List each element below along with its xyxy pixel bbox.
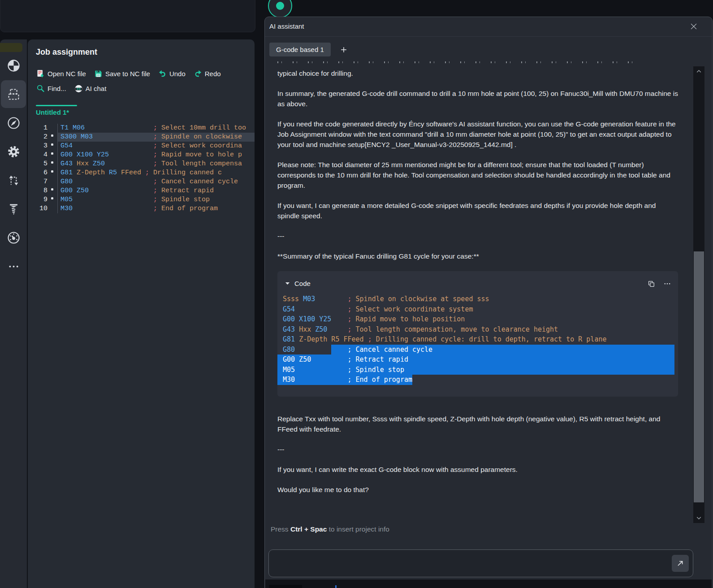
code-line-4[interactable]: G43 Hxx Z50 ; Tool length compensation, … — [277, 324, 678, 335]
modified-dot — [51, 134, 53, 137]
chevron-down-icon[interactable] — [694, 514, 704, 522]
editor-line-3[interactable]: 3G54 ; Select work coordina — [28, 142, 255, 151]
editor-line-10[interactable]: 10M30 ; End of program — [28, 204, 255, 213]
modified-dot — [51, 197, 53, 199]
code-block-body: Ssss M03 ; Spindle on clockwise at speed… — [277, 294, 678, 385]
page-title: Job assignment — [36, 48, 97, 57]
line-number: 6 — [28, 169, 48, 177]
sidebar-item-toolpath[interactable] — [1, 169, 26, 192]
modified-marker-column — [48, 160, 57, 169]
code-line-5[interactable]: G81 Z-Depth R5 FFeed ; Drilling canned c… — [277, 334, 678, 345]
chat-message-area: typical choice for drilling.In summary, … — [277, 60, 678, 521]
undo-button[interactable]: Undo — [158, 69, 186, 78]
bottom-blue-tick — [335, 585, 337, 588]
drill-icon — [7, 202, 21, 216]
ai-panel-title: AI assistant — [269, 22, 304, 30]
active-tab-indicator — [36, 105, 77, 106]
editor-line-9[interactable]: 9M05 ; Spindle stop — [28, 195, 255, 204]
line-number: 10 — [28, 204, 48, 213]
sidebar-item-navigation[interactable] — [1, 111, 26, 134]
gcode-editor[interactable]: 1T1 M06 ; Select 10mm drill too2S300 M03… — [28, 124, 255, 588]
chevron-up-icon[interactable] — [694, 68, 704, 75]
modified-marker-column — [48, 169, 57, 177]
undo-icon — [158, 69, 167, 78]
tab-untitled-1[interactable]: Untitled 1* — [36, 105, 77, 116]
chat-scrollbar[interactable] — [693, 66, 704, 523]
editor-line-2[interactable]: 2S300 M03 ; Spindle on clockwise — [28, 133, 255, 142]
close-icon[interactable] — [689, 22, 699, 31]
editor-line-6[interactable]: 6G81 Z-Depth R5 FFeed ; Drilling canned … — [28, 169, 255, 177]
open-nc-file-button[interactable]: Open NC file — [36, 69, 86, 78]
sidebar-item-more[interactable] — [1, 255, 26, 278]
assistant-paragraph: Please note: The tool diameter of 25 mm … — [277, 160, 678, 190]
code-line-3[interactable]: G00 X100 Y25 ; Rapid move to hole positi… — [277, 314, 678, 324]
copy-icon[interactable] — [647, 279, 656, 288]
panel-bottom-strip — [265, 579, 712, 588]
chat-input[interactable] — [268, 549, 693, 577]
editor-line-7[interactable]: 7G80 ; Cancel canned cycle — [28, 177, 255, 186]
code-block-title: Code — [294, 278, 311, 289]
sidebar-item-gauge[interactable] — [1, 226, 26, 249]
redo-button[interactable]: Redo — [193, 69, 221, 78]
text-segment: G80 — [283, 345, 331, 355]
new-chat-plus-icon[interactable] — [339, 45, 348, 54]
line-number: 3 — [28, 142, 48, 151]
selected-text-segment: ; Cancel canned cycle — [331, 345, 674, 355]
tab-gcode-based-1[interactable]: G-code based 1 — [269, 43, 331, 56]
modified-marker-column — [48, 177, 57, 186]
code-line-8[interactable]: M05 ; Spindle stop — [277, 365, 678, 375]
redo-icon — [193, 69, 203, 78]
sidebar-item-workpiece[interactable] — [1, 80, 26, 108]
modified-dot — [51, 188, 53, 190]
line-number: 9 — [28, 195, 48, 204]
sidebar-item-settings[interactable] — [1, 140, 26, 163]
gear-icon — [7, 145, 21, 159]
hint-shortcut: Ctrl + Spac — [290, 525, 327, 533]
scrollbar-thumb[interactable] — [694, 251, 704, 502]
ai-chat-button[interactable]: AI chat — [74, 84, 107, 93]
line-number: 8 — [28, 186, 48, 195]
compass-icon — [7, 116, 21, 130]
assistant-paragraph: **Summary of the typical Fanuc drilling … — [277, 251, 678, 261]
save-nc-file-button[interactable]: Save to NC file — [94, 69, 150, 78]
editor-line-4[interactable]: 4G00 X100 Y25 ; Rapid move to hole p — [28, 151, 255, 160]
editor-line-8[interactable]: 8G00 Z50 ; Retract rapid — [28, 186, 255, 195]
line-number: 1 — [28, 124, 48, 133]
code-line-2[interactable]: G54 ; Select work coordinate system — [277, 304, 678, 315]
insert-project-info-hint: Press Ctrl + Spac to insert project info — [271, 525, 389, 533]
editor-line-1[interactable]: 1T1 M06 ; Select 10mm drill too — [28, 124, 255, 133]
tab-untitled-1-label: Untitled 1* — [36, 108, 77, 116]
undo-button-label: Undo — [169, 70, 186, 78]
modified-dot — [51, 152, 53, 155]
modified-dot — [51, 143, 53, 146]
app-root: Job assignment Open NC fileSave to NC fi… — [0, 0, 713, 588]
text-segment: G43 Hxx Z50 ; Tool length compensation, … — [283, 324, 558, 335]
code-line-7[interactable]: G00 Z50 ; Retract rapid — [277, 355, 678, 365]
selected-text-segment: G00 Z50 ; Retract rapid — [277, 355, 674, 365]
modified-marker-column — [48, 151, 57, 160]
ai-assistant-panel: AI assistant G-code based 1 typical choi… — [264, 17, 713, 588]
viewport-panel — [0, 0, 255, 32]
sidebar-accent-pill — [0, 43, 22, 52]
ellipsis-icon — [7, 259, 21, 273]
code-line-6[interactable]: G80 ; Cancel canned cycle — [277, 345, 678, 355]
line-number: 5 — [28, 160, 48, 169]
ai-assistant-avatar-icon[interactable] — [268, 0, 292, 18]
find-button[interactable]: Find... — [36, 84, 66, 93]
quadrant-circle-icon — [7, 59, 21, 73]
chat-input-value[interactable] — [275, 553, 666, 573]
sidebar-item-drill[interactable] — [1, 197, 26, 220]
editor-line-5[interactable]: 5G43 Hxx Z50 ; Tool length compensa — [28, 160, 255, 169]
code-line-1[interactable]: Ssss M03 ; Spindle on clockwise at speed… — [277, 294, 678, 304]
code-block-header[interactable]: Code — [277, 275, 678, 294]
code-line-9[interactable]: M30 ; End of program — [277, 375, 678, 385]
assistant-paragraph: Replace Txx with tool number, Ssss with … — [277, 414, 678, 434]
selected-text-segment: M30 ; End of program — [277, 375, 412, 385]
assistant-paragraph: If you want, I can generate a more detai… — [277, 200, 678, 221]
ai-chat-icon — [74, 84, 83, 93]
left-toolbar — [0, 39, 27, 588]
assistant-paragraph: typical choice for drilling. — [277, 68, 678, 78]
more-icon[interactable] — [663, 279, 672, 288]
sidebar-item-datum[interactable] — [1, 54, 26, 77]
send-button[interactable] — [672, 555, 689, 572]
